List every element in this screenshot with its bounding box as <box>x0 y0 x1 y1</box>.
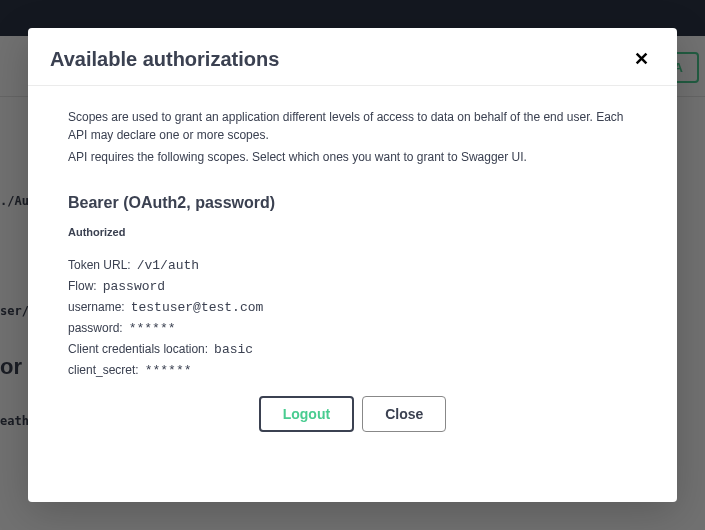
client-secret-label: client_secret: <box>68 363 139 377</box>
flow-row: Flow: password <box>68 279 637 294</box>
close-button[interactable]: Close <box>362 396 446 432</box>
auth-modal: Available authorizations ✕ Scopes are us… <box>28 28 677 502</box>
modal-title: Available authorizations <box>50 48 279 71</box>
token-url-value: /v1/auth <box>137 258 199 273</box>
modal-header: Available authorizations ✕ <box>28 28 677 86</box>
scopes-description-2: API requires the following scopes. Selec… <box>68 148 637 166</box>
flow-value: password <box>103 279 165 294</box>
modal-button-row: Logout Close <box>68 396 637 432</box>
password-value: ****** <box>129 321 176 336</box>
password-label: password: <box>68 321 123 335</box>
password-row: password: ****** <box>68 321 637 336</box>
username-value: testuser@test.com <box>131 300 264 315</box>
cred-loc-value: basic <box>214 342 253 357</box>
username-label: username: <box>68 300 125 314</box>
close-icon[interactable]: ✕ <box>628 48 655 70</box>
logout-button[interactable]: Logout <box>259 396 354 432</box>
auth-scheme-title: Bearer (OAuth2, password) <box>68 194 637 212</box>
token-url-label: Token URL: <box>68 258 131 272</box>
client-secret-value: ****** <box>145 363 192 378</box>
token-url-row: Token URL: /v1/auth <box>68 258 637 273</box>
flow-label: Flow: <box>68 279 97 293</box>
client-secret-row: client_secret: ****** <box>68 363 637 378</box>
cred-loc-row: Client credentials location: basic <box>68 342 637 357</box>
username-row: username: testuser@test.com <box>68 300 637 315</box>
scopes-description-1: Scopes are used to grant an application … <box>68 108 637 144</box>
cred-loc-label: Client credentials location: <box>68 342 208 356</box>
modal-body: Scopes are used to grant an application … <box>28 86 677 502</box>
auth-status: Authorized <box>68 226 637 238</box>
